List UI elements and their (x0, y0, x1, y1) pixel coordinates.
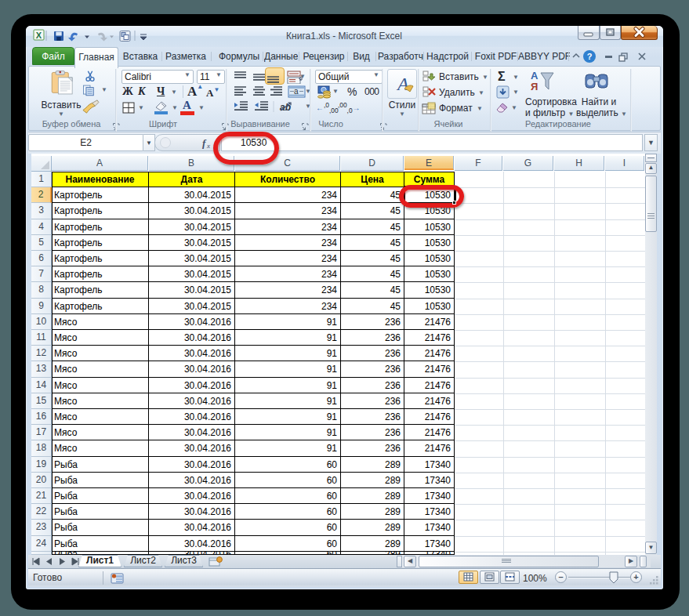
svg-text:A: A (396, 74, 409, 94)
svg-text:a: a (294, 87, 299, 96)
svg-text:x: x (206, 142, 210, 150)
svg-text:?: ? (587, 52, 593, 61)
svg-text:X: X (36, 31, 42, 40)
svg-text:А: А (531, 70, 539, 82)
svg-text:Я: Я (531, 81, 538, 92)
